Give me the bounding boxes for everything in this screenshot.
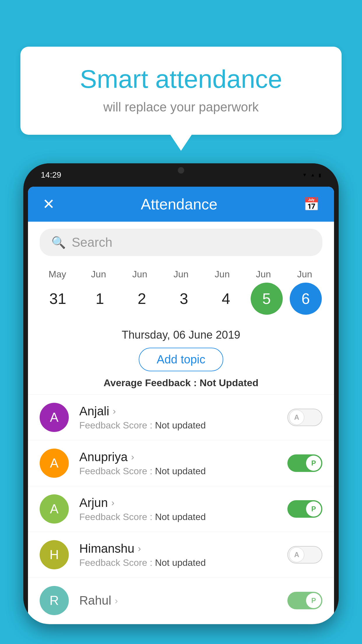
student-info: Rahul › bbox=[79, 594, 287, 608]
phone-frame: 14:29 ▼ ▲ ▮ ✕ Attendance 📅 🔍 Se bbox=[23, 163, 339, 624]
student-item[interactable]: A Arjun › Feedback Score : Not updated P bbox=[28, 486, 334, 532]
avatar: A bbox=[40, 494, 69, 524]
toggle-knob: P bbox=[306, 501, 321, 517]
student-name: Anupriya › bbox=[79, 450, 287, 464]
month-3[interactable]: Jun bbox=[164, 269, 198, 280]
month-1[interactable]: Jun bbox=[81, 269, 116, 280]
chevron-right-icon: › bbox=[131, 452, 134, 462]
student-list: A Anjali › Feedback Score : Not updated … bbox=[28, 395, 334, 624]
student-feedback: Feedback Score : Not updated bbox=[79, 420, 287, 431]
avg-feedback: Average Feedback : Not Updated bbox=[40, 377, 322, 388]
toggle-knob: A bbox=[289, 547, 304, 562]
attendance-toggle-absent[interactable]: A bbox=[287, 546, 322, 564]
date-picker: May Jun Jun Jun Jun Jun Jun 31 1 2 3 4 5… bbox=[28, 263, 334, 321]
student-name: Himanshu › bbox=[79, 542, 287, 556]
close-button[interactable]: ✕ bbox=[43, 196, 55, 213]
signal-icon: ▲ bbox=[310, 172, 315, 178]
month-5[interactable]: Jun bbox=[246, 269, 281, 280]
status-bar: 14:29 ▼ ▲ ▮ bbox=[23, 163, 339, 187]
selected-date-section: Thursday, 06 June 2019 Add topic Average… bbox=[28, 321, 334, 395]
months-row: May Jun Jun Jun Jun Jun Jun bbox=[37, 269, 325, 280]
search-input[interactable]: Search bbox=[72, 235, 112, 250]
student-name: Rahul › bbox=[79, 594, 287, 608]
day-1[interactable]: 1 bbox=[82, 290, 117, 307]
month-6[interactable]: Jun bbox=[287, 269, 322, 280]
calendar-icon[interactable]: 📅 bbox=[303, 197, 319, 212]
student-item[interactable]: A Anjali › Feedback Score : Not updated … bbox=[28, 395, 334, 440]
toggle-knob: P bbox=[306, 456, 321, 471]
attendance-toggle-absent[interactable]: A bbox=[287, 409, 322, 426]
avg-feedback-value: Not Updated bbox=[200, 377, 259, 388]
search-bar-container: 🔍 Search bbox=[28, 222, 334, 263]
day-4[interactable]: 4 bbox=[208, 290, 243, 307]
avg-feedback-label: Average Feedback : bbox=[103, 377, 197, 388]
month-4[interactable]: Jun bbox=[205, 269, 240, 280]
battery-icon: ▮ bbox=[319, 172, 321, 178]
attendance-toggle-present[interactable]: P bbox=[287, 592, 322, 609]
student-item[interactable]: R Rahul › P bbox=[28, 578, 334, 624]
app-screen: ✕ Attendance 📅 🔍 Search May Jun Jun Jun … bbox=[28, 187, 334, 624]
chevron-right-icon: › bbox=[115, 595, 118, 606]
toggle-knob: P bbox=[306, 593, 321, 608]
chevron-right-icon: › bbox=[111, 497, 115, 508]
speech-bubble-container: Smart attendance will replace your paper… bbox=[20, 47, 342, 135]
wifi-icon: ▼ bbox=[302, 172, 307, 178]
student-name: Arjun › bbox=[79, 496, 287, 510]
add-topic-button[interactable]: Add topic bbox=[139, 348, 224, 371]
search-icon: 🔍 bbox=[51, 236, 66, 249]
student-info: Arjun › Feedback Score : Not updated bbox=[79, 496, 287, 522]
phone-notch bbox=[166, 163, 196, 175]
speech-bubble: Smart attendance will replace your paper… bbox=[20, 47, 342, 135]
student-item[interactable]: A Anupriya › Feedback Score : Not update… bbox=[28, 440, 334, 486]
avatar: H bbox=[40, 540, 69, 569]
attendance-toggle-present[interactable]: P bbox=[287, 454, 322, 472]
bubble-subtitle: will replace your paperwork bbox=[44, 100, 318, 114]
avatar: R bbox=[40, 586, 69, 615]
day-31[interactable]: 31 bbox=[40, 290, 75, 307]
app-header: ✕ Attendance 📅 bbox=[28, 187, 334, 222]
phone-container: 14:29 ▼ ▲ ▮ ✕ Attendance 📅 🔍 Se bbox=[23, 163, 339, 644]
bubble-title: Smart attendance bbox=[44, 64, 318, 94]
student-feedback: Feedback Score : Not updated bbox=[79, 466, 287, 477]
student-feedback: Feedback Score : Not updated bbox=[79, 512, 287, 522]
month-2[interactable]: Jun bbox=[122, 269, 157, 280]
search-bar[interactable]: 🔍 Search bbox=[40, 229, 322, 256]
avatar: A bbox=[40, 449, 69, 478]
avatar: A bbox=[40, 403, 69, 432]
student-info: Himanshu › Feedback Score : Not updated bbox=[79, 542, 287, 568]
camera bbox=[178, 167, 184, 174]
toggle-knob: A bbox=[289, 410, 304, 425]
status-time: 14:29 bbox=[41, 170, 61, 180]
day-3[interactable]: 3 bbox=[166, 290, 201, 307]
app-title: Attendance bbox=[141, 195, 217, 213]
status-icons: ▼ ▲ ▮ bbox=[302, 172, 321, 178]
selected-date-text: Thursday, 06 June 2019 bbox=[40, 329, 322, 341]
day-6-today[interactable]: 6 bbox=[290, 283, 322, 315]
chevron-right-icon: › bbox=[138, 543, 141, 554]
day-2[interactable]: 2 bbox=[124, 290, 159, 307]
student-info: Anjali › Feedback Score : Not updated bbox=[79, 404, 287, 431]
student-feedback: Feedback Score : Not updated bbox=[79, 557, 287, 568]
days-row: 31 1 2 3 4 5 6 bbox=[37, 283, 325, 315]
student-name: Anjali › bbox=[79, 404, 287, 418]
month-0[interactable]: May bbox=[40, 269, 75, 280]
chevron-right-icon: › bbox=[113, 406, 116, 416]
day-5-selected[interactable]: 5 bbox=[251, 283, 283, 315]
student-item[interactable]: H Himanshu › Feedback Score : Not update… bbox=[28, 532, 334, 578]
student-info: Anupriya › Feedback Score : Not updated bbox=[79, 450, 287, 477]
attendance-toggle-present[interactable]: P bbox=[287, 500, 322, 518]
